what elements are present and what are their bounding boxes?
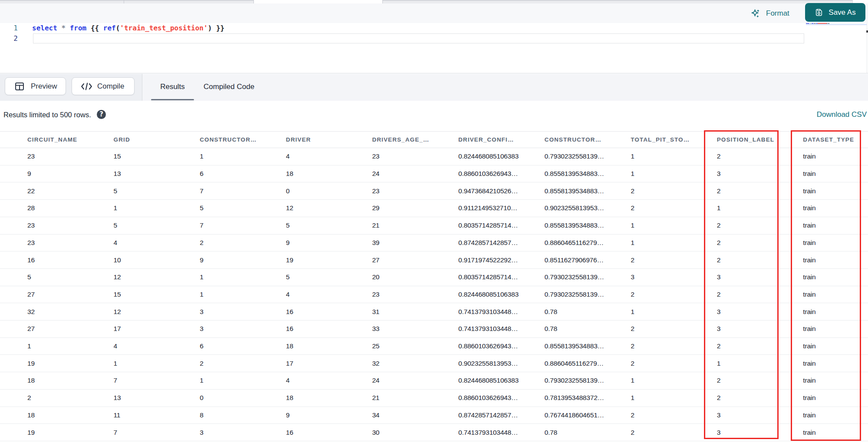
table-cell[interactable]: 2 bbox=[631, 360, 717, 367]
table-cell[interactable]: 33 bbox=[372, 325, 458, 333]
help-icon[interactable]: ? bbox=[97, 110, 106, 119]
table-cell[interactable]: train bbox=[803, 394, 868, 402]
table-cell[interactable]: 32 bbox=[27, 308, 114, 316]
table-cell[interactable]: 3 bbox=[717, 170, 803, 178]
sql-code-editor[interactable]: 1 2 select * from {{ ref('train_test_pos… bbox=[0, 23, 868, 73]
table-cell[interactable]: 2 bbox=[631, 256, 717, 264]
table-cell[interactable]: 12 bbox=[114, 273, 200, 281]
table-cell[interactable]: 1 bbox=[200, 273, 286, 281]
table-cell[interactable]: 0.7413793103448… bbox=[458, 429, 545, 436]
column-header[interactable]: GRID bbox=[114, 136, 200, 143]
editor-minimap[interactable] bbox=[806, 23, 867, 73]
table-cell[interactable]: train bbox=[803, 152, 868, 160]
table-cell[interactable]: train bbox=[803, 342, 868, 350]
table-cell[interactable]: 27 bbox=[372, 256, 458, 264]
table-cell[interactable]: train bbox=[803, 377, 868, 384]
table-cell[interactable]: train bbox=[803, 256, 868, 264]
table-cell[interactable]: 0.8860103626943… bbox=[458, 170, 545, 178]
table-cell[interactable]: 21 bbox=[372, 394, 458, 402]
table-cell[interactable]: 23 bbox=[372, 291, 458, 298]
table-cell[interactable]: 0.78 bbox=[545, 325, 631, 333]
table-cell[interactable]: 32 bbox=[372, 360, 458, 367]
table-cell[interactable]: 4 bbox=[114, 239, 200, 247]
table-cell[interactable]: 0.9112149532710… bbox=[458, 204, 545, 212]
compile-button[interactable]: Compile bbox=[72, 77, 135, 95]
table-cell[interactable]: 7 bbox=[200, 187, 286, 195]
table-cell[interactable]: 22 bbox=[27, 187, 114, 195]
table-cell[interactable]: 27 bbox=[27, 291, 114, 298]
active-line-highlight[interactable] bbox=[33, 33, 804, 43]
table-cell[interactable]: 0.8558139534883… bbox=[545, 222, 631, 229]
table-cell[interactable]: 0.8558139534883… bbox=[545, 170, 631, 178]
table-cell[interactable]: 1 bbox=[631, 222, 717, 229]
table-cell[interactable]: train bbox=[803, 291, 868, 298]
table-cell[interactable]: 2 bbox=[631, 187, 717, 195]
table-cell[interactable]: 39 bbox=[372, 239, 458, 247]
table-cell[interactable]: 0.824468085106383 bbox=[458, 291, 545, 298]
table-cell[interactable]: 5 bbox=[27, 273, 114, 281]
table-cell[interactable]: 3 bbox=[200, 308, 286, 316]
table-cell[interactable]: 23 bbox=[27, 239, 114, 247]
table-cell[interactable]: 0.7674418604651… bbox=[545, 411, 631, 419]
table-cell[interactable]: 2 bbox=[200, 360, 286, 367]
table-cell[interactable]: 17 bbox=[114, 325, 200, 333]
table-cell[interactable]: 6 bbox=[200, 342, 286, 350]
table-cell[interactable]: 20 bbox=[372, 273, 458, 281]
table-cell[interactable]: 11 bbox=[114, 411, 200, 419]
table-cell[interactable]: 3 bbox=[717, 308, 803, 316]
table-cell[interactable]: 1 bbox=[631, 308, 717, 316]
table-cell[interactable]: train bbox=[803, 187, 868, 195]
table-cell[interactable]: 0.8860103626943… bbox=[458, 342, 545, 350]
table-cell[interactable]: 0.8035714285714… bbox=[458, 273, 545, 281]
table-cell[interactable]: 0.8860103626943… bbox=[458, 394, 545, 402]
table-cell[interactable]: 9 bbox=[200, 256, 286, 264]
table-cell[interactable]: 2 bbox=[717, 222, 803, 229]
table-cell[interactable]: 2 bbox=[631, 291, 717, 298]
column-header[interactable]: DRIVERS_AGE_… bbox=[372, 136, 458, 143]
table-cell[interactable]: 1 bbox=[631, 377, 717, 384]
table-cell[interactable]: 1 bbox=[631, 152, 717, 160]
table-cell[interactable]: 0.78 bbox=[545, 429, 631, 436]
table-cell[interactable]: train bbox=[803, 204, 868, 212]
table-cell[interactable]: 19 bbox=[286, 256, 372, 264]
table-cell[interactable]: 1 bbox=[114, 204, 200, 212]
table-cell[interactable]: 0 bbox=[286, 187, 372, 195]
table-cell[interactable]: 2 bbox=[631, 429, 717, 436]
table-cell[interactable]: 2 bbox=[717, 256, 803, 264]
table-cell[interactable]: 18 bbox=[286, 342, 372, 350]
table-cell[interactable]: 16 bbox=[27, 256, 114, 264]
table-cell[interactable]: 0.8558139534883… bbox=[545, 342, 631, 350]
table-cell[interactable]: 12 bbox=[286, 204, 372, 212]
table-cell[interactable]: 2 bbox=[717, 342, 803, 350]
column-header[interactable]: CIRCUIT_NAME bbox=[27, 136, 114, 143]
table-cell[interactable]: 3 bbox=[200, 325, 286, 333]
table-cell[interactable]: 0.7930232558139… bbox=[545, 377, 631, 384]
table-cell[interactable]: 0.8860465116279… bbox=[545, 239, 631, 247]
table-cell[interactable]: 0.7813953488372… bbox=[545, 394, 631, 402]
table-cell[interactable]: 30 bbox=[372, 429, 458, 436]
table-cell[interactable]: 23 bbox=[27, 152, 114, 160]
table-cell[interactable]: 24 bbox=[372, 377, 458, 384]
save-as-button[interactable]: Save As bbox=[805, 3, 865, 22]
table-cell[interactable]: 0.9023255813953… bbox=[458, 360, 545, 367]
table-cell[interactable]: 2 bbox=[717, 187, 803, 195]
table-cell[interactable]: 0.8511627906976… bbox=[545, 256, 631, 264]
table-cell[interactable]: 13 bbox=[114, 170, 200, 178]
file-tab-inactive-left[interactable] bbox=[0, 0, 254, 3]
table-cell[interactable]: 0.9473684210526… bbox=[458, 187, 545, 195]
table-cell[interactable]: 18 bbox=[286, 394, 372, 402]
table-cell[interactable]: train bbox=[803, 222, 868, 229]
table-cell[interactable]: 18 bbox=[27, 411, 114, 419]
table-cell[interactable]: 7 bbox=[200, 222, 286, 229]
column-header[interactable]: CONSTRUCTOR… bbox=[545, 136, 631, 143]
format-button[interactable]: Format bbox=[750, 3, 789, 23]
table-cell[interactable]: 0.8742857142857… bbox=[458, 411, 545, 419]
table-cell[interactable]: 0.7930232558139… bbox=[545, 152, 631, 160]
table-cell[interactable]: 0 bbox=[200, 394, 286, 402]
table-cell[interactable]: 1 bbox=[200, 152, 286, 160]
column-header[interactable]: DRIVER_CONFI… bbox=[458, 136, 545, 143]
table-cell[interactable]: 15 bbox=[114, 291, 200, 298]
table-cell[interactable]: 5 bbox=[286, 273, 372, 281]
table-cell[interactable]: 0.7930232558139… bbox=[545, 291, 631, 298]
table-cell[interactable]: 3 bbox=[200, 429, 286, 436]
